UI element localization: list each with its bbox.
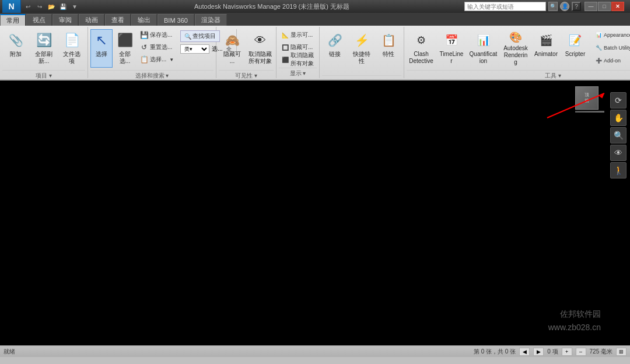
walk-button[interactable]: 🚶 — [610, 162, 626, 178]
hide-label: 隐藏可... — [223, 51, 241, 65]
clash-detective-button[interactable]: ⚙ ClashDetective — [407, 29, 436, 68]
add-on-icon: ➕ — [596, 58, 602, 64]
refresh-button[interactable]: 🔄 全部刷新... — [30, 29, 57, 68]
properties-button[interactable]: 📋 特性 — [376, 29, 401, 68]
reset-selection-button[interactable]: ↺ 重置选... — [137, 41, 177, 53]
select-mode-dropdown[interactable]: 类▾ — [180, 44, 209, 54]
pan-button[interactable]: ✋ — [610, 110, 626, 126]
add-button[interactable]: 📎 附加 — [2, 29, 29, 68]
file-options-button[interactable]: 📄 文件选项 — [58, 29, 85, 68]
global-search-input[interactable] — [464, 2, 546, 11]
main-viewport: 顶前 ⟳ ✋ 🔍 👁 🚶 佐邦软件园 www.zb028.cn — [0, 80, 630, 345]
display-btn1[interactable]: 📐 显示可... — [279, 29, 317, 41]
group-project: 📎 附加 🔄 全部刷新... 📄 文件选项 项目 ▾ — [0, 27, 88, 78]
status-ready: 就绪 — [4, 348, 15, 356]
appearance-profiler-button[interactable]: 📊 Appearance Profiler — [593, 29, 630, 41]
select-button[interactable]: ↖ 选择 — [90, 29, 113, 68]
tab-addin[interactable]: 渲染器 — [195, 14, 227, 26]
unhide-all-button[interactable]: 👁 取消隐藏所有对象 — [247, 29, 274, 68]
hide-button[interactable]: 🙈 隐藏可... — [219, 29, 246, 68]
redo-button[interactable]: ↪ — [35, 2, 44, 11]
quickprop-label: 快捷特性 — [351, 51, 373, 65]
save-selection-button[interactable]: 💾 保存选... — [137, 29, 177, 41]
choose-sel-label: 选择... — [150, 55, 166, 64]
clash-label: ClashDetective — [409, 51, 433, 65]
group-tools-content: ⚙ ClashDetective 📅 TimeLiner 📊 Quantific… — [407, 28, 630, 69]
group-project-content: 📎 附加 🔄 全部刷新... 📄 文件选项 — [2, 28, 85, 69]
user-account-button[interactable]: 👤 — [560, 2, 569, 11]
quickprop-button[interactable]: ⚡ 快捷特性 — [349, 29, 374, 68]
tab-review[interactable]: 审阅 — [52, 14, 78, 26]
choose-sel-icon: 📋 — [140, 55, 148, 64]
add-on-label: Add-on — [604, 58, 621, 64]
close-button[interactable]: ✕ — [611, 2, 624, 11]
title-bar-left: N ↩ ↪ 📂 💾 ▼ — [2, 0, 79, 13]
fit-button[interactable]: ⊞ — [616, 348, 626, 356]
group-select-content: ↖ 选择 ⬛ 全部选... 💾 保存选... ↺ 重置选... 📋 — [90, 28, 214, 69]
scripter-button[interactable]: 📝 Scripter — [561, 29, 589, 68]
help-button[interactable]: ? — [572, 2, 581, 11]
animator-button[interactable]: 🎬 Animator — [532, 29, 560, 68]
batch-utility-button[interactable]: 🔧 Batch Utility — [593, 42, 630, 54]
quantification-button[interactable]: 📊 Quantification — [467, 29, 499, 68]
undo-button[interactable]: ↩ — [23, 2, 33, 11]
tab-output[interactable]: 输出 — [131, 14, 157, 26]
ribbon: 📎 附加 🔄 全部刷新... 📄 文件选项 项目 ▾ ↖ 选择 ⬛ — [0, 26, 630, 80]
autodesk-rendering-icon: 🎨 — [506, 31, 525, 44]
group-select-label: 选择和搜索 ▾ — [90, 70, 214, 80]
display-col: 📐 显示可... 🔲 隐藏可... ⬛ 取消隐藏所有对象 — [279, 29, 317, 65]
display-icon3: ⬛ — [282, 57, 289, 63]
next-page-button[interactable]: ▶ — [533, 348, 544, 356]
zoom-button[interactable]: 🔍 — [610, 127, 626, 144]
zoom-in-button[interactable]: + — [562, 348, 572, 356]
batch-utility-icon: 🔧 — [596, 45, 602, 51]
full-select-button[interactable]: ⬛ 全部选... — [114, 29, 136, 68]
window-controls: — □ ✕ — [583, 0, 625, 13]
animator-label: Animator — [534, 51, 558, 58]
add-on-button[interactable]: ➕ Add-on — [593, 55, 630, 66]
red-arrow-annotation — [531, 86, 612, 133]
autodesk-rendering-button[interactable]: 🎨 AutodeskRendering — [501, 29, 531, 68]
zoom-out-button[interactable]: – — [576, 348, 586, 356]
choose-select-button[interactable]: 📋 选择... ▼ — [137, 54, 177, 65]
tab-bim360[interactable]: BIM 360 — [158, 14, 194, 26]
hide-icon: 🙈 — [223, 31, 242, 50]
timeliner-button[interactable]: 📅 TimeLiner — [437, 29, 466, 68]
watermark: 佐邦软件园 www.zb028.cn — [548, 307, 601, 334]
unhide-all-icon: 👁 — [251, 31, 270, 50]
display-icon1: 📐 — [282, 32, 289, 38]
select-small-col: 💾 保存选... ↺ 重置选... 📋 选择... ▼ — [137, 29, 177, 65]
properties-icon: 📋 — [379, 31, 398, 50]
group-links-label — [322, 75, 401, 77]
group-select: ↖ 选择 ⬛ 全部选... 💾 保存选... ↺ 重置选... 📋 — [88, 27, 216, 78]
display-btn3[interactable]: ⬛ 取消隐藏所有对象 — [279, 54, 317, 65]
timeliner-icon: 📅 — [442, 31, 461, 50]
autodesk-rendering-label: AutodeskRendering — [502, 45, 529, 66]
find-items-button[interactable]: 🔍 查找项目 — [180, 30, 220, 42]
links-icon: 🔗 — [326, 31, 344, 50]
orbit-button[interactable]: ⟳ — [610, 92, 626, 108]
add-icon: 📎 — [6, 31, 25, 50]
find-items-icon: 🔍 — [184, 33, 191, 40]
prev-page-button[interactable]: ◀ — [519, 348, 530, 356]
tab-home[interactable]: 常用 — [0, 14, 26, 26]
minimize-button[interactable]: — — [584, 2, 597, 11]
group-visibility: 🙈 隐藏可... 👁 取消隐藏所有对象 可见性 ▾ — [216, 27, 276, 78]
save-button[interactable]: 💾 — [58, 2, 68, 11]
group-visibility-label: 可见性 ▾ — [219, 70, 274, 80]
full-select-icon: ⬛ — [116, 31, 134, 50]
group-links: 🔗 链接 ⚡ 快捷特性 📋 特性 — [320, 27, 404, 78]
search-button[interactable]: 🔍 — [548, 2, 558, 11]
dropdown-button[interactable]: ▼ — [70, 2, 79, 11]
group-tools-label: 工具 ▾ — [407, 70, 630, 80]
display-label2: 隐藏可... — [290, 43, 313, 51]
links-button[interactable]: 🔗 链接 — [322, 29, 348, 68]
maximize-button[interactable]: □ — [598, 2, 611, 11]
tab-viewpoint[interactable]: 视点 — [26, 14, 52, 26]
app-button[interactable]: N — [2, 0, 21, 13]
open-button[interactable]: 📂 — [47, 2, 56, 11]
tab-animate[interactable]: 动画 — [79, 14, 104, 26]
title-bar: N ↩ ↪ 📂 💾 ▼ Autodesk Navisworks Manage 2… — [0, 0, 630, 13]
look-button[interactable]: 👁 — [610, 145, 626, 161]
tab-view[interactable]: 查看 — [105, 14, 131, 26]
